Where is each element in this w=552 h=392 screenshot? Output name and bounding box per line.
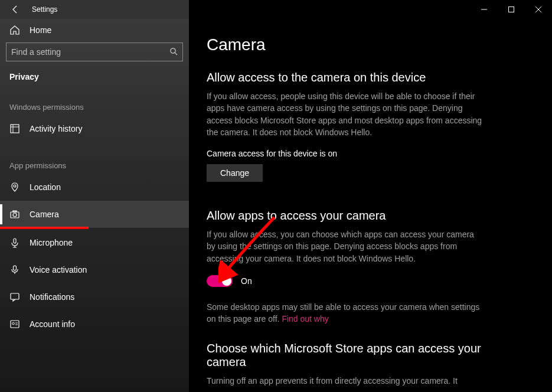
sidebar-item-label: Voice activation	[30, 265, 87, 275]
sidebar-item-label: Microphone	[30, 238, 73, 247]
section-heading-device-access: Allow access to the camera on this devic…	[207, 71, 534, 84]
camera-access-status: Camera access for this device is on	[207, 149, 534, 158]
sidebar-item-account-info[interactable]: Account info	[0, 311, 189, 338]
breadcrumb: Privacy	[0, 70, 189, 96]
sidebar-item-location[interactable]: Location	[0, 174, 189, 201]
page-title: Camera	[207, 35, 534, 54]
search-icon	[169, 47, 178, 57]
sidebar: Home Privacy Windows permissions Activit…	[0, 19, 189, 392]
toggle-thumb	[222, 276, 231, 286]
svg-rect-6	[13, 211, 17, 212]
change-button[interactable]: Change	[207, 164, 263, 182]
svg-rect-2	[11, 125, 19, 133]
activity-history-icon	[9, 123, 20, 134]
sidebar-item-camera[interactable]: Camera	[0, 201, 189, 228]
toggle-state-label: On	[241, 276, 252, 286]
sidebar-item-label: Notifications	[30, 292, 74, 302]
sidebar-item-label: Camera	[30, 210, 59, 219]
svg-point-5	[13, 213, 17, 217]
search-input-wrapper[interactable]	[6, 43, 183, 61]
section-body-apps-access: If you allow access, you can choose whic…	[207, 228, 484, 264]
search-input[interactable]	[11, 47, 169, 57]
sidebar-item-label: Account info	[30, 319, 75, 329]
location-icon	[9, 182, 20, 192]
camera-icon	[9, 209, 20, 220]
note-text: Some desktop apps may still be able to a…	[207, 302, 479, 324]
svg-point-3	[14, 185, 16, 187]
home-icon	[9, 25, 20, 35]
microphone-icon	[9, 237, 20, 248]
back-button[interactable]	[11, 5, 20, 14]
voice-activation-icon	[9, 264, 20, 275]
sidebar-item-label: Location	[30, 182, 61, 192]
desktop-apps-note: Some desktop apps may still be able to a…	[207, 301, 484, 325]
group-label-app-permissions: App permissions	[0, 154, 189, 174]
svg-point-1	[171, 48, 175, 53]
section-body-device-access: If you allow access, people using this d…	[207, 90, 484, 138]
section-heading-apps-access: Allow apps to access your camera	[207, 209, 534, 223]
sidebar-item-home[interactable]: Home	[0, 19, 189, 43]
group-label-windows-permissions: Windows permissions	[0, 96, 189, 115]
apps-access-toggle[interactable]	[207, 275, 233, 287]
minimize-button[interactable]	[471, 0, 498, 19]
section-body-store-apps: Turning off an app prevents it from dire…	[207, 375, 484, 387]
sidebar-item-microphone[interactable]: Microphone	[0, 229, 189, 256]
home-label: Home	[30, 25, 51, 35]
content-area: Camera Allow access to the camera on thi…	[189, 19, 552, 392]
sidebar-item-notifications[interactable]: Notifications	[0, 283, 189, 311]
account-info-icon	[9, 319, 20, 329]
section-heading-store-apps: Choose which Microsoft Store apps can ac…	[207, 342, 484, 369]
svg-rect-8	[14, 266, 17, 270]
titlebar: Settings	[0, 0, 552, 19]
close-button[interactable]	[525, 0, 552, 19]
svg-rect-10	[11, 321, 19, 328]
svg-rect-9	[11, 293, 19, 299]
sidebar-item-label: Activity history	[30, 124, 82, 133]
window-title: Settings	[32, 5, 57, 14]
maximize-button[interactable]	[498, 0, 525, 19]
svg-point-11	[12, 322, 15, 325]
notifications-icon	[9, 292, 20, 302]
svg-rect-7	[14, 239, 16, 243]
find-out-why-link[interactable]: Find out why	[282, 314, 328, 324]
sidebar-item-activity-history[interactable]: Activity history	[0, 115, 189, 142]
sidebar-item-voice-activation[interactable]: Voice activation	[0, 256, 189, 283]
svg-rect-0	[509, 7, 514, 12]
